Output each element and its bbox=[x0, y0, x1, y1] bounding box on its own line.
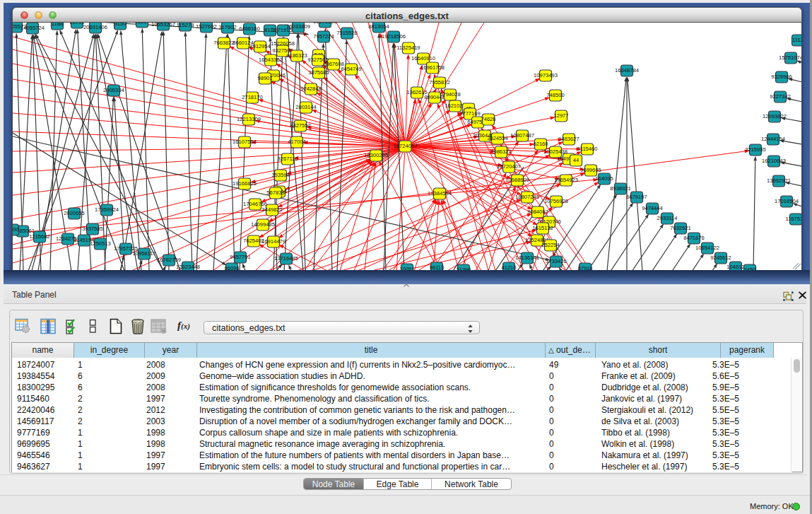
svg-text:3875685: 3875685 bbox=[308, 69, 329, 76]
svg-text:252254: 252254 bbox=[541, 242, 559, 248]
svg-text:9329966: 9329966 bbox=[771, 74, 792, 80]
svg-text:164095: 164095 bbox=[595, 175, 613, 182]
svg-text:44: 44 bbox=[573, 157, 579, 163]
svg-text:9084067: 9084067 bbox=[527, 209, 548, 215]
svg-text:1250513: 1250513 bbox=[90, 240, 111, 247]
svg-text:19384554: 19384554 bbox=[428, 190, 452, 197]
svg-text:115278: 115278 bbox=[177, 23, 194, 28]
svg-text:3937585: 3937585 bbox=[82, 226, 103, 232]
svg-text:6466160: 6466160 bbox=[239, 25, 260, 32]
svg-text:9463627: 9463627 bbox=[558, 136, 579, 142]
svg-text:7955812: 7955812 bbox=[429, 79, 450, 86]
svg-text:8912954: 8912954 bbox=[249, 43, 271, 49]
svg-text:3215955: 3215955 bbox=[745, 146, 766, 153]
svg-text:7986322: 7986322 bbox=[490, 148, 512, 155]
svg-text:15751074: 15751074 bbox=[779, 54, 802, 61]
svg-text:6794028: 6794028 bbox=[440, 91, 461, 98]
svg-text:19654923: 19654923 bbox=[554, 177, 578, 183]
svg-text:15720407: 15720407 bbox=[497, 163, 521, 170]
svg-text:8427552: 8427552 bbox=[290, 122, 311, 129]
svg-text:2718170: 2718170 bbox=[242, 94, 263, 100]
svg-text:748500: 748500 bbox=[546, 92, 564, 98]
svg-text:16648784: 16648784 bbox=[615, 67, 639, 74]
svg-text:2905334: 2905334 bbox=[103, 87, 124, 93]
svg-text:12923448: 12923448 bbox=[176, 264, 200, 270]
svg-text:74626: 74626 bbox=[481, 116, 495, 122]
svg-text:10688609: 10688609 bbox=[505, 177, 529, 183]
svg-text:13692971: 13692971 bbox=[767, 177, 791, 184]
svg-text:87918: 87918 bbox=[577, 265, 592, 270]
svg-text:8471676: 8471676 bbox=[683, 235, 705, 241]
svg-text:567833: 567833 bbox=[266, 189, 284, 196]
svg-text:9115460: 9115460 bbox=[577, 146, 598, 152]
svg-text:14099485: 14099485 bbox=[251, 221, 275, 228]
svg-text:10653267: 10653267 bbox=[151, 23, 175, 28]
svg-text:3624554: 3624554 bbox=[487, 135, 508, 141]
svg-text:9457791: 9457791 bbox=[230, 254, 251, 260]
svg-text:104612: 104612 bbox=[726, 264, 744, 270]
svg-text:7632621: 7632621 bbox=[670, 225, 691, 231]
svg-text:1615132: 1615132 bbox=[532, 225, 553, 231]
svg-text:8454749: 8454749 bbox=[341, 66, 362, 72]
svg-text:16107554: 16107554 bbox=[233, 139, 257, 145]
svg-text:14055724: 14055724 bbox=[20, 25, 45, 31]
svg-text:2020655: 2020655 bbox=[64, 210, 85, 216]
svg-text:317602: 317602 bbox=[218, 24, 236, 30]
svg-text:11325419: 11325419 bbox=[396, 45, 420, 51]
svg-text:1527602: 1527602 bbox=[196, 23, 217, 30]
svg-text:10958117: 10958117 bbox=[132, 250, 155, 257]
svg-text:96113: 96113 bbox=[430, 264, 445, 270]
svg-text:9150: 9150 bbox=[114, 23, 126, 27]
svg-text:12093822: 12093822 bbox=[763, 113, 787, 119]
svg-text:2933114: 2933114 bbox=[657, 215, 678, 221]
svg-text:20691406: 20691406 bbox=[83, 24, 107, 30]
svg-text:8186323: 8186323 bbox=[286, 52, 307, 59]
svg-text:14136141: 14136141 bbox=[515, 255, 539, 261]
svg-text:10654122: 10654122 bbox=[695, 245, 719, 251]
svg-text:86096: 86096 bbox=[224, 265, 239, 270]
svg-text:19218506: 19218506 bbox=[382, 33, 406, 40]
svg-text:9100: 9100 bbox=[13, 226, 18, 233]
svg-text:18807249: 18807249 bbox=[515, 194, 539, 200]
svg-text:17359924: 17359924 bbox=[95, 206, 119, 213]
svg-text:16543362: 16543362 bbox=[259, 57, 283, 63]
svg-text:353594: 353594 bbox=[271, 172, 289, 178]
svg-text:9245612: 9245612 bbox=[710, 255, 731, 261]
svg-text:8813054: 8813054 bbox=[368, 23, 389, 30]
svg-text:1188: 1188 bbox=[52, 23, 63, 27]
svg-text:18300295: 18300295 bbox=[364, 152, 388, 158]
svg-text:2803144: 2803144 bbox=[295, 104, 317, 110]
svg-text:9227342: 9227342 bbox=[770, 93, 791, 100]
svg-text:9242848: 9242848 bbox=[300, 86, 322, 92]
svg-text:7515526: 7515526 bbox=[336, 30, 358, 36]
svg-text:12444154: 12444154 bbox=[761, 136, 785, 142]
svg-text:16033809: 16033809 bbox=[286, 23, 310, 30]
svg-text:16961758: 16961758 bbox=[420, 64, 445, 71]
svg-text:98901: 98901 bbox=[257, 75, 272, 81]
svg-text:16671355: 16671355 bbox=[313, 23, 337, 25]
svg-text:1215682: 1215682 bbox=[29, 233, 50, 240]
svg-text:17016504: 17016504 bbox=[775, 198, 799, 204]
svg-text:16640910: 16640910 bbox=[411, 55, 435, 62]
svg-text:7663822: 7663822 bbox=[213, 40, 235, 46]
svg-text:6679197: 6679197 bbox=[626, 194, 647, 200]
svg-text:19166825: 19166825 bbox=[233, 180, 257, 187]
svg-text:1112: 1112 bbox=[792, 37, 802, 43]
svg-text:3267110: 3267110 bbox=[278, 156, 298, 162]
svg-text:9777169: 9777169 bbox=[459, 110, 481, 117]
svg-text:8938921: 8938921 bbox=[610, 185, 631, 192]
svg-text:1167533: 1167533 bbox=[786, 216, 803, 222]
svg-text:9474444: 9474444 bbox=[642, 205, 663, 211]
svg-text:9699695: 9699695 bbox=[580, 167, 601, 173]
svg-text:12977: 12977 bbox=[553, 112, 568, 119]
svg-text:417004: 417004 bbox=[288, 139, 305, 145]
svg-text:3449822: 3449822 bbox=[261, 206, 283, 213]
svg-text:16782759: 16782759 bbox=[157, 257, 181, 263]
svg-text:7957224: 7957224 bbox=[313, 33, 334, 40]
svg-text:62160: 62160 bbox=[533, 141, 548, 147]
svg-text:20791: 20791 bbox=[69, 23, 84, 25]
svg-text:1733426: 1733426 bbox=[546, 258, 567, 264]
svg-text:10973493: 10973493 bbox=[534, 72, 558, 78]
svg-text:12213309: 12213309 bbox=[237, 116, 261, 122]
svg-text:10756928: 10756928 bbox=[544, 198, 568, 204]
